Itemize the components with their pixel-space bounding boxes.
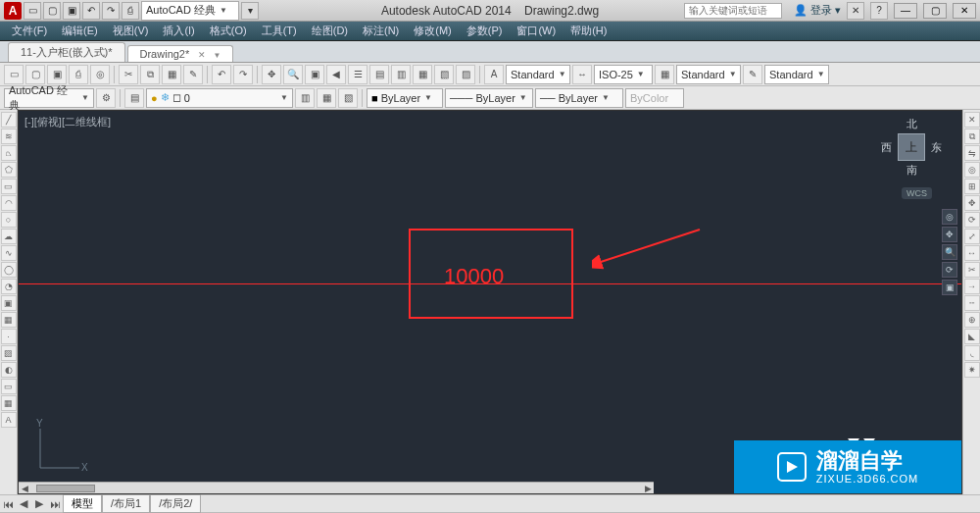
nav-show-icon[interactable]: ▣	[942, 280, 957, 295]
view-cube[interactable]: 北 西 东 南 上	[881, 117, 942, 178]
horizontal-scrollbar[interactable]: ◀ ▶	[19, 482, 654, 493]
move-icon[interactable]: ✥	[964, 195, 980, 211]
mirror-icon[interactable]: ⇋	[964, 145, 980, 161]
gear-icon[interactable]: ⚙	[96, 88, 116, 108]
trim-icon[interactable]: ✂	[964, 262, 980, 278]
doc-tab-1[interactable]: 11-入户柜(嵌入式)*	[8, 42, 125, 62]
paste-icon[interactable]: ▦	[162, 65, 181, 84]
text-style-icon[interactable]: A	[484, 65, 504, 84]
zoom-icon[interactable]: 🔍	[283, 65, 303, 84]
copy-obj-icon[interactable]: ⧉	[964, 128, 980, 144]
insert-icon[interactable]: ▣	[1, 295, 17, 311]
layout2-tab[interactable]: /布局2/	[150, 494, 201, 513]
qat-save-icon[interactable]: ▣	[63, 2, 80, 20]
join-icon[interactable]: ⊕	[964, 312, 980, 328]
markup-icon[interactable]: ▧	[434, 65, 454, 84]
menu-param[interactable]: 参数(P)	[461, 22, 509, 40]
arc-icon[interactable]: ◠	[1, 195, 17, 211]
menu-help[interactable]: 帮助(H)	[564, 22, 612, 40]
rectangle-icon[interactable]: ▭	[1, 179, 17, 194]
menu-edit[interactable]: 编辑(E)	[56, 22, 104, 40]
scroll-left-icon[interactable]: ◀	[19, 484, 30, 493]
menu-draw[interactable]: 绘图(D)	[306, 22, 354, 40]
viewcube-top[interactable]: 上	[898, 133, 925, 161]
cut-icon[interactable]: ✂	[119, 65, 138, 84]
scale-icon[interactable]: ⤢	[964, 229, 980, 244]
tab-prev-icon[interactable]: ◀	[16, 497, 31, 510]
menu-file[interactable]: 文件(F)	[6, 22, 53, 40]
menu-modify[interactable]: 修改(M)	[408, 22, 458, 40]
qat-undo-icon[interactable]: ↶	[82, 2, 100, 20]
new-icon[interactable]: ▭	[4, 65, 24, 84]
layer-prev-icon[interactable]: ▧	[338, 88, 358, 108]
revcloud-icon[interactable]: ☁	[1, 229, 17, 244]
menu-format[interactable]: 格式(O)	[204, 22, 253, 40]
workspace-quick-combo[interactable]: AutoCAD 经典 ▼	[141, 1, 239, 21]
color-combo[interactable]: ■ ByLayer▼	[367, 88, 443, 108]
calc-icon[interactable]: ▨	[456, 65, 475, 84]
zoom-window-icon[interactable]: ▣	[305, 65, 324, 84]
tab-first-icon[interactable]: ⏮	[0, 498, 16, 510]
scroll-thumb[interactable]	[36, 485, 95, 492]
viewcube-west[interactable]: 西	[881, 140, 892, 155]
stretch-icon[interactable]: ↔	[964, 245, 980, 261]
minimize-button[interactable]: —	[894, 3, 917, 19]
scroll-right-icon[interactable]: ▶	[642, 484, 654, 493]
model-tab[interactable]: 模型	[63, 494, 102, 513]
plotstyle-combo[interactable]: ByColor	[625, 88, 684, 108]
layout1-tab[interactable]: /布局1	[102, 494, 150, 513]
block-icon[interactable]: ▦	[1, 312, 17, 328]
circle-icon[interactable]: ○	[1, 212, 17, 228]
menu-dim[interactable]: 标注(N)	[357, 22, 405, 40]
menu-window[interactable]: 窗口(W)	[511, 22, 562, 40]
viewcube-east[interactable]: 东	[931, 140, 942, 155]
qat-print-icon[interactable]: ⎙	[122, 2, 139, 20]
offset-icon[interactable]: ◎	[964, 162, 980, 178]
fillet-icon[interactable]: ◟	[964, 345, 980, 361]
qat-open-icon[interactable]: ▢	[43, 2, 61, 20]
mleader-style-icon[interactable]: ✎	[743, 65, 762, 84]
close-button[interactable]: ✕	[953, 3, 976, 19]
wcs-label[interactable]: WCS	[902, 187, 932, 199]
qat-more-icon[interactable]: ▾	[241, 2, 259, 20]
tab-next-icon[interactable]: ▶	[31, 497, 47, 510]
match-icon[interactable]: ✎	[183, 65, 203, 84]
workspace-combo[interactable]: AutoCAD 经典▼	[4, 88, 94, 108]
properties-icon[interactable]: ☰	[348, 65, 368, 84]
line-icon[interactable]: ╱	[1, 112, 17, 128]
break-icon[interactable]: ╌	[964, 295, 980, 311]
nav-pan-icon[interactable]: ✥	[942, 227, 957, 242]
ellipse-arc-icon[interactable]: ◔	[1, 279, 17, 294]
sheet-set-icon[interactable]: ▦	[413, 65, 432, 84]
explode-icon[interactable]: ✷	[964, 362, 980, 378]
pline-icon[interactable]: ≋	[1, 128, 17, 144]
pan-icon[interactable]: ✥	[262, 65, 281, 84]
plot-icon[interactable]: ⎙	[69, 65, 88, 84]
layer-state-icon[interactable]: ▥	[295, 88, 315, 108]
zoom-prev-icon[interactable]: ◀	[326, 65, 346, 84]
menu-insert[interactable]: 插入(I)	[157, 22, 200, 40]
erase-icon[interactable]: ✕	[964, 112, 980, 128]
search-input[interactable]	[684, 3, 782, 19]
rotate-icon[interactable]: ⟳	[964, 212, 980, 228]
open-icon[interactable]: ▢	[25, 65, 45, 84]
ellipse-icon[interactable]: ◯	[1, 262, 17, 278]
spline-icon[interactable]: ∿	[1, 245, 17, 261]
maximize-button[interactable]: ▢	[923, 3, 947, 19]
lineweight-combo[interactable]: ── ByLayer▼	[535, 88, 623, 108]
tab-last-icon[interactable]: ⏭	[47, 498, 63, 510]
close-icon[interactable]: ✕	[198, 50, 206, 60]
undo-icon[interactable]: ↶	[212, 65, 231, 84]
mleader-style-combo[interactable]: Standard▼	[764, 65, 829, 84]
dim-style-icon[interactable]: ↔	[572, 65, 592, 84]
nav-wheel-icon[interactable]: ◎	[942, 209, 957, 225]
viewport-label[interactable]: [-][俯视][二维线框]	[24, 115, 111, 129]
save-icon[interactable]: ▣	[47, 65, 67, 84]
chamfer-icon[interactable]: ◣	[964, 329, 980, 344]
tool-palette-icon[interactable]: ▥	[391, 65, 411, 84]
preview-icon[interactable]: ◎	[90, 65, 110, 84]
layer-combo[interactable]: ● ❄ ◻ 0▼	[146, 88, 293, 108]
drawing-canvas[interactable]: [-][俯视][二维线框] 10000 北 西 东 南 上 WCS ◎ ✥ 🔍 …	[18, 110, 962, 494]
exchange-icon[interactable]: ✕	[847, 2, 864, 20]
nav-orbit-icon[interactable]: ⟳	[942, 262, 957, 278]
